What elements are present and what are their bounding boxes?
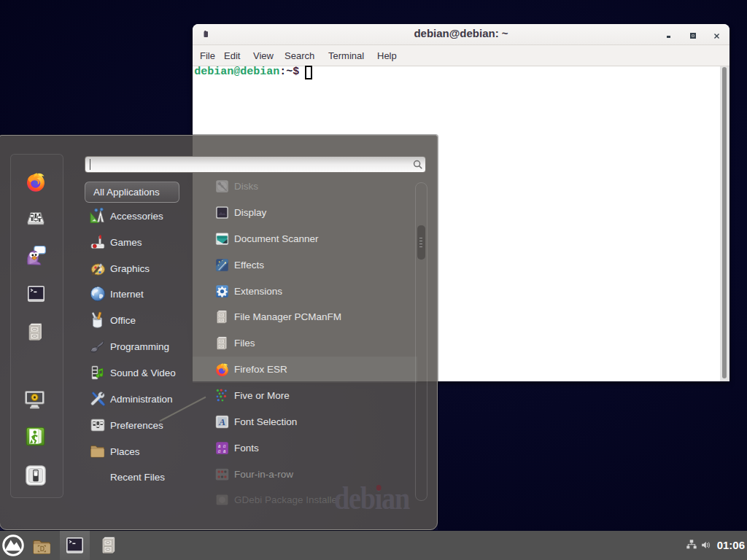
svg-text:A: A [218, 416, 225, 427]
svg-text:a: a [218, 448, 221, 454]
